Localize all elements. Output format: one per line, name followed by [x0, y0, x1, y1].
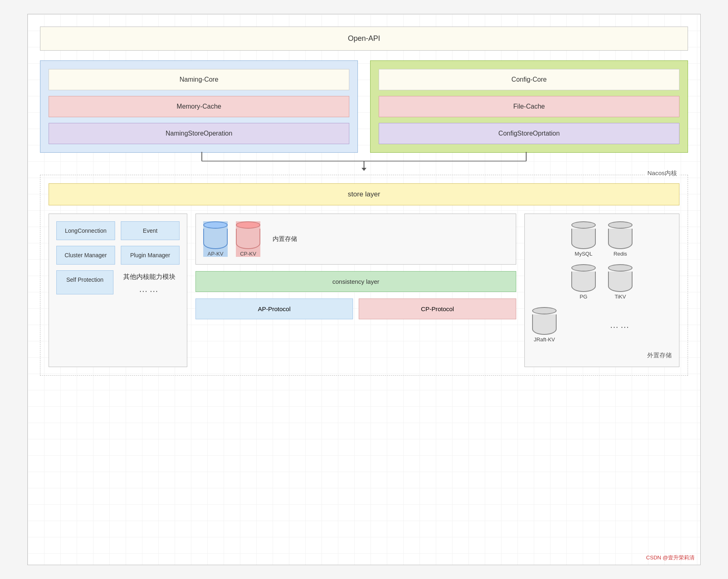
ext-row-1: MySQL Redis [532, 221, 672, 257]
ap-protocol-label: AP-Protocol [258, 305, 291, 312]
config-core-label: Config-Core [511, 76, 546, 83]
ap-kv-cylinder: AP-KV [203, 221, 228, 257]
external-panel: MySQL Redis [524, 214, 679, 367]
nacos-box: Nacos内核 store layer LongConnection Event [40, 175, 688, 376]
naming-store-box: NamingStoreOperation [49, 123, 349, 144]
long-connection-label: LongConnection [65, 227, 107, 234]
redis-top [608, 221, 633, 229]
nacos-label: Nacos内核 [645, 169, 679, 177]
self-protection-label: Self Protection [66, 276, 103, 283]
jraftkv-top [532, 307, 557, 314]
store-layer-box: store layer [49, 183, 679, 205]
core-panel: LongConnection Event Cluster Manager Plu… [49, 214, 187, 367]
memory-cache-label: Memory-Cache [177, 103, 221, 110]
pg-body [571, 272, 596, 292]
event-label: Event [143, 227, 158, 234]
ext-row-3: JRaft-KV …… [532, 307, 672, 343]
config-store-box: ConfigStoreOprtation [379, 123, 679, 144]
top-section: Naming-Core Memory-Cache NamingStoreOper… [40, 60, 688, 176]
cluster-manager-box: Cluster Manager [56, 246, 115, 265]
open-api-box: Open-API [40, 27, 688, 51]
file-cache-label: File-Cache [513, 103, 545, 110]
mysql-cylinder [571, 221, 596, 249]
redis-cylinder-group: Redis [608, 221, 633, 257]
jraftkv-label: JRaft-KV [532, 336, 557, 343]
naming-core-box: Naming-Core [49, 69, 349, 90]
diagram-container: Open-API Naming-Core Memory-Cache Naming… [27, 14, 701, 565]
top-row: Naming-Core Memory-Cache NamingStoreOper… [40, 60, 688, 153]
ap-kv-body [203, 229, 228, 249]
cp-kv-body [236, 229, 260, 249]
mysql-cylinder-group: MySQL [571, 221, 596, 257]
ap-kv-top [203, 221, 228, 229]
core-row-3: Self Protection 其他内核能力模块 …… [56, 270, 180, 294]
naming-core-label: Naming-Core [180, 76, 218, 83]
ext-row-2: PG TiKV [532, 264, 672, 300]
plugin-manager-box: Plugin Manager [121, 246, 180, 265]
config-store-label: ConfigStoreOprtation [498, 130, 559, 137]
event-box: Event [121, 221, 180, 240]
cp-protocol-box: CP-Protocol [359, 298, 516, 319]
tikv-label: TiKV [608, 294, 633, 300]
other-label: 其他内核能力模块 [119, 270, 180, 284]
tikv-top [608, 264, 633, 272]
config-core-box: Config-Core [379, 69, 679, 90]
protocol-row: AP-Protocol CP-Protocol [195, 298, 516, 319]
cluster-manager-label: Cluster Manager [64, 252, 107, 258]
watermark: CSDN @壹升荣莉清 [646, 554, 695, 561]
pg-cylinder-group: PG [571, 264, 596, 300]
store-panel: AP-KV CP-KV 内置存储 consistency layer [195, 214, 516, 367]
pg-label: PG [571, 294, 596, 300]
cp-protocol-label: CP-Protocol [421, 305, 454, 312]
open-api-label: Open-API [348, 34, 380, 42]
pg-top [571, 264, 596, 272]
cp-kv-top [236, 221, 260, 229]
pg-cylinder [571, 264, 596, 292]
long-connection-box: LongConnection [56, 221, 115, 240]
file-cache-box: File-Cache [379, 96, 679, 117]
core-row-1: LongConnection Event [56, 221, 180, 240]
mysql-top [571, 221, 596, 229]
config-block: Config-Core File-Cache ConfigStoreOprtat… [370, 60, 688, 153]
mysql-body [571, 229, 596, 249]
ap-kv-label: AP-KV [207, 251, 223, 257]
naming-store-label: NamingStoreOperation [166, 130, 233, 137]
consistency-box: consistency layer [195, 271, 516, 292]
inner-storage-label: 内置存储 [273, 235, 297, 243]
redis-label: Redis [608, 251, 633, 257]
external-storage-label: 外置存储 [532, 350, 672, 359]
tikv-cylinder [608, 264, 633, 292]
self-protection-box: Self Protection [56, 270, 113, 294]
inner-storage-box: AP-KV CP-KV 内置存储 [195, 214, 516, 265]
core-dots: …… [119, 284, 180, 294]
plugin-manager-label: Plugin Manager [130, 252, 170, 258]
store-layer-label: store layer [348, 190, 380, 198]
cp-kv-cylinder: CP-KV [236, 221, 260, 257]
mysql-label: MySQL [571, 251, 596, 257]
tikv-body [608, 272, 633, 292]
cp-kv-label: CP-KV [240, 251, 256, 257]
tikv-cylinder-group: TiKV [608, 264, 633, 300]
ap-protocol-box: AP-Protocol [195, 298, 353, 319]
redis-cylinder [608, 221, 633, 249]
naming-block: Naming-Core Memory-Cache NamingStoreOper… [40, 60, 358, 153]
core-row-2: Cluster Manager Plugin Manager [56, 246, 180, 265]
bottom-row: LongConnection Event Cluster Manager Plu… [49, 214, 679, 367]
svg-marker-4 [362, 168, 366, 171]
consistency-label: consistency layer [332, 278, 379, 285]
jraftkv-cylinder [532, 307, 557, 335]
jraftkv-cylinder-group: JRaft-KV [532, 307, 557, 343]
memory-cache-box: Memory-Cache [49, 96, 349, 117]
jraftkv-body [532, 314, 557, 335]
ext-dots: …… [610, 320, 631, 330]
redis-body [608, 229, 633, 249]
